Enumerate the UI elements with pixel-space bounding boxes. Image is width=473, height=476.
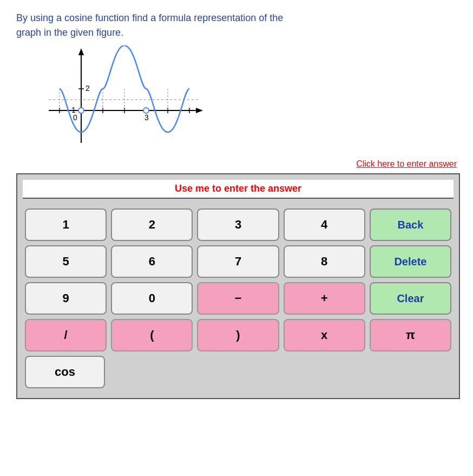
btn-plus[interactable]: + — [284, 282, 365, 315]
graph-svg: 2 1 0 3 — [38, 45, 211, 154]
svg-point-18 — [143, 108, 149, 113]
btn-5[interactable]: 5 — [25, 245, 107, 278]
graph-container: 2 1 0 3 — [38, 45, 211, 154]
calc-row-5: cos — [25, 356, 451, 388]
svg-text:2: 2 — [86, 84, 90, 93]
btn-clear[interactable]: Clear — [370, 282, 451, 315]
btn-delete[interactable]: Delete — [370, 245, 451, 278]
btn-x[interactable]: x — [284, 319, 365, 351]
btn-rparen[interactable]: ) — [197, 319, 279, 351]
svg-marker-3 — [196, 108, 203, 113]
question-line1: By using a cosine function find a formul… — [16, 12, 283, 23]
btn-4[interactable]: 4 — [284, 208, 365, 241]
btn-6[interactable]: 6 — [111, 245, 193, 278]
calc-title: Use me to enter the answer — [23, 180, 454, 199]
calculator-wrapper: Use me to enter the answer 1 2 3 4 Back … — [16, 173, 460, 399]
btn-1[interactable]: 1 — [25, 208, 107, 241]
calc-row-1: 1 2 3 4 Back — [25, 208, 451, 241]
btn-3[interactable]: 3 — [197, 208, 279, 241]
btn-7[interactable]: 7 — [197, 245, 279, 278]
svg-text:0: 0 — [73, 113, 77, 122]
click-answer-link[interactable]: Click here to enter answer — [16, 159, 457, 169]
btn-8[interactable]: 8 — [284, 245, 365, 278]
calc-row-3: 9 0 − + Clear — [25, 282, 451, 315]
btn-2[interactable]: 2 — [111, 208, 193, 241]
btn-cos[interactable]: cos — [25, 356, 105, 388]
calc-grid: 1 2 3 4 Back 5 6 7 8 Delete 9 0 − + Clea… — [23, 204, 454, 393]
svg-marker-1 — [78, 48, 84, 55]
btn-0[interactable]: 0 — [111, 282, 193, 315]
calc-row-4: / ( ) x π — [25, 319, 451, 351]
btn-pi[interactable]: π — [370, 319, 451, 351]
svg-text:3: 3 — [144, 113, 149, 122]
question-line2: graph in the given figure. — [16, 27, 123, 38]
question-text: By using a cosine function find a formul… — [16, 11, 457, 40]
svg-point-17 — [78, 108, 84, 113]
calc-row-2: 5 6 7 8 Delete — [25, 245, 451, 278]
btn-lparen[interactable]: ( — [111, 319, 193, 351]
btn-back[interactable]: Back — [370, 208, 451, 241]
btn-minus[interactable]: − — [197, 282, 279, 315]
btn-slash[interactable]: / — [25, 319, 107, 351]
btn-9[interactable]: 9 — [25, 282, 107, 315]
